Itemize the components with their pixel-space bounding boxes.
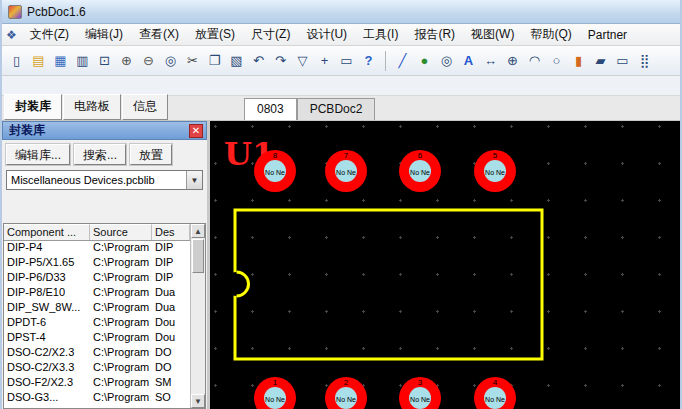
table-row[interactable]: DSO-C2/X2.3C:\Program ...DO bbox=[4, 346, 190, 361]
arc-icon[interactable]: ◠ bbox=[524, 50, 545, 71]
table-row[interactable]: DIP-P4C:\Program ...DIP bbox=[4, 241, 190, 256]
filter-icon[interactable]: ▽ bbox=[292, 50, 313, 71]
doc-tab-pcbdoc2[interactable]: PCBDoc2 bbox=[297, 98, 376, 120]
cell-source: C:\Program ... bbox=[90, 241, 152, 256]
scroll-up-icon[interactable]: ▲ bbox=[191, 224, 205, 238]
pad-6[interactable]: 6 No Ne bbox=[399, 150, 441, 192]
pad-number: 2 bbox=[344, 378, 349, 387]
menu-item-report[interactable]: 报告(R) bbox=[407, 24, 462, 45]
menu-item-edit[interactable]: 编辑(J) bbox=[78, 24, 130, 45]
pad-net-label: No Ne bbox=[485, 169, 505, 176]
cell-description: SO bbox=[152, 391, 190, 406]
line-icon[interactable]: ╱ bbox=[392, 50, 413, 71]
menu-item-view[interactable]: 视图(W) bbox=[464, 24, 521, 45]
table-row[interactable]: DIP-P8/E10C:\Program ...Dua bbox=[4, 286, 190, 301]
pad-number: 8 bbox=[273, 151, 278, 160]
pcb-canvas[interactable]: U1 8 No Ne 7 No Ne bbox=[210, 121, 680, 409]
menu-item-file[interactable]: 文件(Z) bbox=[23, 24, 76, 45]
cell-description: Dua bbox=[152, 286, 190, 301]
cross-probe-icon[interactable]: + bbox=[314, 50, 335, 71]
col-header-component[interactable]: Component ... bbox=[4, 224, 90, 240]
table-scrollbar[interactable]: ▲ ▼ bbox=[190, 224, 205, 408]
pad-7[interactable]: 7 No Ne bbox=[325, 150, 367, 192]
menu-item-help[interactable]: 帮助(Q) bbox=[523, 24, 578, 45]
tab-board[interactable]: 电路板 bbox=[63, 94, 121, 120]
print-icon[interactable]: ▥ bbox=[72, 50, 93, 71]
cell-description: DIP bbox=[152, 256, 190, 271]
placement-icon[interactable]: ▭ bbox=[336, 50, 357, 71]
new-document-icon[interactable]: ▯ bbox=[6, 50, 27, 71]
table-row[interactable]: DSO-C2/X3.3C:\Program ...DO bbox=[4, 361, 190, 376]
chevron-down-icon[interactable]: ▼ bbox=[186, 171, 202, 189]
component-outline[interactable] bbox=[235, 210, 542, 359]
help-icon[interactable]: ? bbox=[358, 50, 379, 71]
polygon-icon[interactable]: ▰ bbox=[590, 50, 611, 71]
zoom-out-icon[interactable]: ⊖ bbox=[138, 50, 159, 71]
pad-4[interactable]: 4 No Ne bbox=[474, 377, 516, 409]
menu-item-design[interactable]: 设计(U) bbox=[299, 24, 354, 45]
col-header-source[interactable]: Source bbox=[90, 224, 152, 240]
col-header-description[interactable]: Des bbox=[152, 224, 190, 240]
table-row[interactable]: DPDT-6C:\Program ...Dou bbox=[4, 316, 190, 331]
scroll-track[interactable] bbox=[191, 238, 205, 394]
table-row[interactable]: DIP-P6/D33C:\Program ...DIP bbox=[4, 271, 190, 286]
cell-component: DSO-C2/X3.3 bbox=[4, 361, 90, 376]
zoom-all-icon[interactable]: ◎ bbox=[160, 50, 181, 71]
table-row[interactable]: DIP_SW_8W...C:\Program ...Dua bbox=[4, 301, 190, 316]
scroll-thumb[interactable] bbox=[192, 239, 204, 273]
library-dropdown[interactable]: Miscellaneous Devices.pcblib ▼ bbox=[6, 170, 203, 190]
pad-5[interactable]: 5 No Ne bbox=[474, 150, 516, 192]
menu-item-partner[interactable]: Partner bbox=[581, 26, 634, 44]
document-icon: ❖ bbox=[6, 28, 17, 42]
cut-icon[interactable]: ✂ bbox=[182, 50, 203, 71]
place-button[interactable]: 放置 bbox=[130, 144, 172, 165]
dimension-icon[interactable]: ↔ bbox=[480, 50, 501, 71]
redo-icon[interactable]: ↷ bbox=[270, 50, 291, 71]
undo-icon[interactable]: ↶ bbox=[248, 50, 269, 71]
pad-icon[interactable]: ● bbox=[414, 50, 435, 71]
menu-item-dimension[interactable]: 尺寸(Z) bbox=[244, 24, 297, 45]
table-row[interactable]: DIP-P5/X1.65C:\Program ...DIP bbox=[4, 256, 190, 271]
array-icon[interactable]: ⣿ bbox=[634, 50, 655, 71]
menu-item-tools[interactable]: 工具(I) bbox=[356, 24, 405, 45]
via-icon[interactable]: ◎ bbox=[436, 50, 457, 71]
tab-info[interactable]: 信息 bbox=[122, 94, 168, 120]
string-icon[interactable]: A bbox=[458, 50, 479, 71]
save-icon[interactable]: ▦ bbox=[50, 50, 71, 71]
footprint-library-panel: 封装库 ✕ 编辑库... 搜索... 放置 Miscellaneous Devi… bbox=[2, 121, 210, 409]
room-icon[interactable]: ▭ bbox=[612, 50, 633, 71]
paste-icon[interactable]: ▧ bbox=[226, 50, 247, 71]
zoom-in-icon[interactable]: ⊕ bbox=[116, 50, 137, 71]
fill-icon[interactable]: ▮ bbox=[568, 50, 589, 71]
cell-source: C:\Program ... bbox=[90, 301, 152, 316]
pad-3[interactable]: 3 No Ne bbox=[399, 377, 441, 409]
table-row[interactable]: DSO-G3...C:\Program ...SO bbox=[4, 391, 190, 406]
pad-net-label: No Ne bbox=[410, 396, 430, 403]
copy-icon[interactable]: ❐ bbox=[204, 50, 225, 71]
cell-description: SM bbox=[152, 376, 190, 391]
table-header: Component ... Source Des bbox=[4, 224, 190, 241]
panel-title: 封装库 bbox=[9, 122, 45, 139]
cell-source: C:\Program ... bbox=[90, 316, 152, 331]
table-row[interactable]: DPST-4C:\Program ...Dou bbox=[4, 331, 190, 346]
component-table-main: Component ... Source Des DIP-P4C:\Progra… bbox=[4, 224, 190, 408]
edit-library-button[interactable]: 编辑库... bbox=[6, 144, 70, 165]
table-row[interactable]: DSO-F2/X2.3C:\Program ...SM bbox=[4, 376, 190, 391]
origin-icon[interactable]: ⊕ bbox=[502, 50, 523, 71]
pad-8[interactable]: 8 No Ne bbox=[254, 150, 296, 192]
circle-icon[interactable]: ○ bbox=[546, 50, 567, 71]
table-body: DIP-P4C:\Program ...DIP DIP-P5/X1.65C:\P… bbox=[4, 241, 190, 406]
pad-net-label: No Ne bbox=[265, 169, 285, 176]
cell-source: C:\Program ... bbox=[90, 271, 152, 286]
scroll-down-icon[interactable]: ▼ bbox=[191, 394, 205, 408]
menu-item-look[interactable]: 查看(X) bbox=[132, 24, 186, 45]
open-folder-icon[interactable]: ▤ bbox=[28, 50, 49, 71]
search-button[interactable]: 搜索... bbox=[74, 144, 126, 165]
doc-tab-0803[interactable]: 0803 bbox=[244, 98, 297, 120]
close-icon[interactable]: ✕ bbox=[189, 124, 203, 138]
pad-2[interactable]: 2 No Ne bbox=[325, 377, 367, 409]
pad-1[interactable]: 1 No Ne bbox=[254, 377, 296, 409]
menu-item-place[interactable]: 放置(S) bbox=[188, 24, 242, 45]
tab-footprint-library[interactable]: 封装库 bbox=[4, 94, 62, 120]
zoom-window-icon[interactable]: ⊡ bbox=[94, 50, 115, 71]
